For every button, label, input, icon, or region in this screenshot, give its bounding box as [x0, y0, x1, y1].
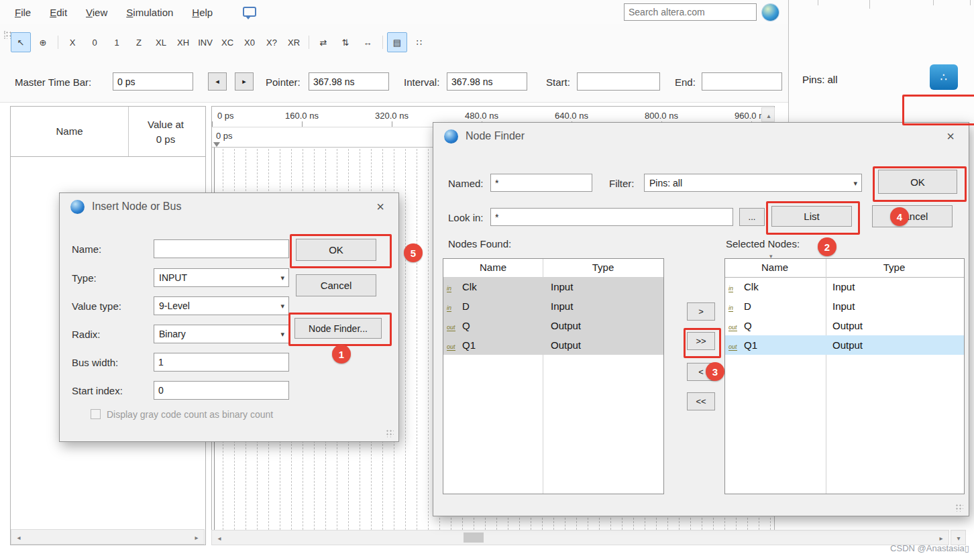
scroll-left-icon[interactable]: ◂ — [12, 531, 25, 543]
toolbar-icon: X — [70, 38, 76, 48]
node-type: Input — [820, 300, 855, 312]
toolbar-icon: ⇄ — [320, 38, 327, 48]
toolbar-icon: XC — [221, 38, 233, 48]
look-in-input[interactable] — [490, 208, 733, 226]
menu-items: FileEditViewSimulationHelp — [15, 0, 213, 24]
name-column-header[interactable]: Name — [11, 125, 128, 137]
insert-cancel-button[interactable]: Cancel — [296, 274, 376, 296]
Clk[interactable]: in Clk Input — [443, 277, 663, 296]
highlight-box-move-all — [684, 328, 721, 358]
selected-nodes-rows: in Clk Input in D Input out Q Output — [725, 277, 964, 494]
end-input[interactable] — [702, 72, 782, 91]
count-value-icon[interactable]: XC — [217, 32, 237, 52]
scroll-right-icon[interactable]: ▸ — [190, 531, 203, 543]
start-index-field[interactable] — [154, 381, 289, 400]
signal-panel-header: Name Value at 0 ps — [11, 107, 205, 157]
quartus-icon — [444, 129, 458, 144]
vscroll-up[interactable]: ▴ — [761, 107, 775, 122]
time-cursor-marker[interactable] — [213, 142, 220, 147]
master-time-bar-input[interactable] — [113, 72, 193, 91]
expand-collapse-icon[interactable]: ⇅ — [335, 32, 356, 52]
toolbar-icon: Z — [136, 38, 142, 48]
menu-view[interactable]: View — [86, 7, 107, 18]
time-bar-next-button[interactable]: ▸ — [235, 72, 254, 91]
close-icon[interactable]: × — [940, 127, 961, 146]
name-panel-hscrollbar[interactable]: ◂ ▸ — [11, 529, 205, 545]
menu-help[interactable]: Help — [192, 7, 213, 18]
ruler-label: 640.0 ns — [555, 111, 588, 121]
value-column-header[interactable]: Value at — [128, 119, 203, 130]
radix-select[interactable]: Binary ▾ — [154, 325, 289, 343]
browse-button[interactable]: ... — [739, 208, 765, 226]
node-finder-title: Node Finder — [466, 130, 525, 142]
node-type: Output — [539, 320, 581, 331]
name-column-header[interactable]: Name — [725, 262, 824, 273]
D[interactable]: in D Input — [443, 296, 663, 316]
insert-dialog-titlebar[interactable]: Insert Node or Bus × — [60, 193, 398, 221]
scroll-right-icon[interactable]: ▸ — [934, 532, 948, 544]
start-input[interactable] — [577, 72, 660, 91]
named-label: Named: — [448, 178, 484, 189]
arbitrary-value-icon[interactable]: X? — [262, 32, 282, 52]
menu-file[interactable]: File — [15, 7, 31, 18]
scroll-down-icon[interactable]: ▾ — [952, 532, 965, 544]
node-type: Output — [539, 339, 581, 351]
bus-width-field[interactable] — [154, 353, 289, 372]
globe-icon[interactable] — [762, 4, 779, 21]
pairwise-compare-icon[interactable]: ↔ — [358, 32, 378, 52]
random-value-icon[interactable]: XR — [284, 32, 304, 52]
weak-low-icon[interactable]: XL — [151, 32, 171, 52]
D[interactable]: in D Input — [725, 296, 964, 316]
look-in-label: Look in: — [448, 212, 484, 223]
nodes-found-list[interactable]: Name Type in Clk Input in D Input — [443, 258, 664, 494]
Q[interactable]: out Q Output — [443, 316, 663, 335]
forcing-unknown-icon[interactable]: X — [62, 32, 83, 52]
Clk[interactable]: in Clk Input — [725, 277, 964, 296]
scroll-thumb[interactable] — [464, 533, 484, 543]
zoom-tool-icon[interactable]: ⊕ — [33, 32, 53, 52]
node-finder-cancel-button[interactable]: Cancel — [872, 205, 953, 227]
node-finder-titlebar[interactable]: Node Finder × — [433, 123, 969, 151]
grid-size-icon[interactable]: ∷ — [409, 32, 429, 52]
type-column-header[interactable]: Type — [824, 262, 964, 273]
force-high-z-icon[interactable]: Z — [129, 32, 149, 52]
named-input[interactable] — [490, 174, 592, 192]
value-column-header-time: 0 ps — [128, 133, 203, 145]
type-select[interactable]: INPUT ▾ — [154, 268, 289, 287]
Q1[interactable]: out Q1 Output — [443, 335, 663, 355]
force-high-icon[interactable]: 1 — [107, 32, 127, 52]
invert-icon[interactable]: INV — [195, 32, 215, 52]
selected-nodes-list[interactable]: ▾ Name Type in Clk Input in D Inp — [724, 258, 965, 494]
name-field[interactable] — [154, 239, 289, 258]
scroll-up-icon[interactable]: ▴ — [762, 109, 775, 121]
node-name: D — [744, 300, 820, 312]
select-tool-icon[interactable]: ↖ — [11, 32, 31, 52]
overwrite-clock-icon[interactable]: X0 — [239, 32, 260, 52]
snap-to-edge-icon[interactable]: ⇄ — [313, 32, 333, 52]
time-bar-organizer-icon[interactable]: ▤ — [387, 32, 407, 52]
resize-grip[interactable] — [386, 429, 394, 437]
gray-code-checkbox[interactable] — [91, 409, 101, 419]
scroll-left-icon[interactable]: ◂ — [213, 532, 226, 544]
Q[interactable]: out Q Output — [725, 316, 964, 335]
resize-grip[interactable] — [955, 504, 963, 512]
type-column-header[interactable]: Type — [543, 262, 663, 273]
menu-simulation[interactable]: Simulation — [126, 7, 173, 18]
toolbar-icon: ▤ — [393, 38, 401, 48]
weak-high-icon[interactable]: XH — [173, 32, 193, 52]
name-column-header[interactable]: Name — [443, 262, 543, 273]
menu-edit[interactable]: Edit — [50, 7, 67, 18]
column-divider[interactable] — [128, 107, 129, 156]
close-icon[interactable]: × — [370, 197, 390, 216]
time-bar-prev-button[interactable]: ◂ — [208, 72, 227, 91]
move-one-right-button[interactable]: > — [687, 302, 715, 321]
force-low-icon[interactable]: 0 — [85, 32, 105, 52]
move-all-left-button[interactable]: << — [687, 392, 715, 410]
value-type-select[interactable]: 9-Level ▾ — [154, 296, 289, 315]
search-input[interactable] — [624, 3, 757, 21]
node-finder-app-icon[interactable]: ∴ — [930, 64, 958, 90]
comment-icon[interactable] — [243, 7, 256, 17]
filter-select[interactable]: Pins: all ▾ — [644, 174, 862, 192]
toolbar-icon: ∷ — [417, 38, 422, 48]
Q1[interactable]: out Q1 Output — [725, 335, 964, 355]
